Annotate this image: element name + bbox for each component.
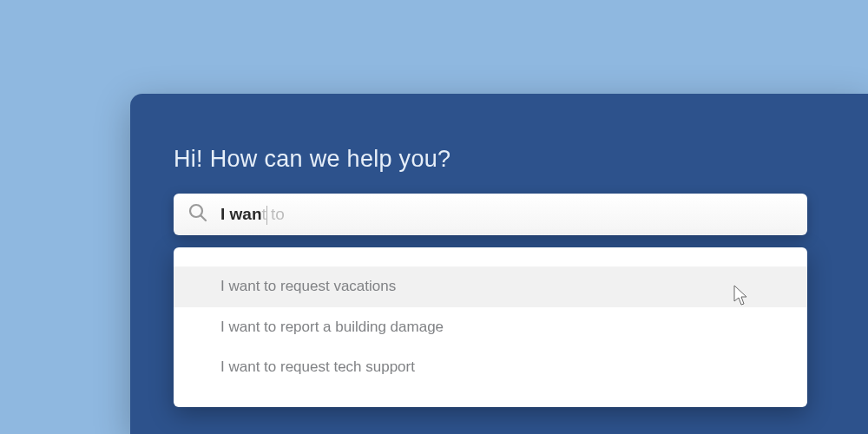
search-text: I want to <box>220 205 285 224</box>
suggestion-item[interactable]: I want to report a building damage <box>174 307 807 348</box>
typed-text: I wan <box>220 205 262 223</box>
suggestions-dropdown: I want to request vacations I want to re… <box>174 247 807 407</box>
suggestion-suffix: t to <box>262 205 285 223</box>
help-panel: Hi! How can we help you? I want to I wan… <box>130 94 868 434</box>
text-caret <box>266 206 267 225</box>
svg-line-1 <box>201 216 207 221</box>
search-icon <box>187 202 208 227</box>
suggestion-item[interactable]: I want to request vacations <box>174 266 807 307</box>
page-title: Hi! How can we help you? <box>174 146 807 173</box>
suggestion-item[interactable]: I want to request tech support <box>174 347 807 388</box>
search-input[interactable]: I want to <box>174 194 807 235</box>
